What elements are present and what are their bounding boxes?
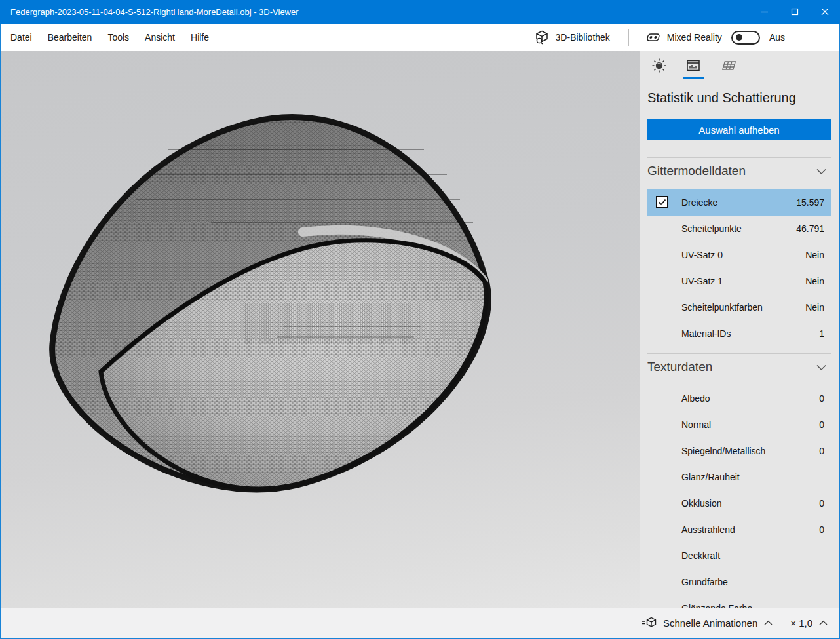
mixed-reality-state: Aus: [769, 32, 785, 43]
stat-row-glaenzende-farbe: Glänzende Farbe: [647, 595, 831, 608]
app-window: Federgraph-2023-05-11-04-04-S-512-RightH…: [0, 0, 840, 639]
row-label: Material-IDs: [681, 328, 731, 339]
row-label: UV-Satz 1: [681, 276, 723, 286]
menu-tools[interactable]: Tools: [100, 24, 136, 51]
close-button[interactable]: [810, 0, 840, 24]
stat-row-grundfarbe: Grundfarbe: [647, 569, 831, 595]
statusbar: Schnelle Animationen × 1,0: [1, 608, 839, 638]
row-label: Scheitelpunkte: [681, 223, 742, 234]
tab-lighting[interactable]: [649, 58, 670, 79]
stat-row-albedo: Albedo 0: [647, 385, 831, 412]
stat-row-uv-satz-0[interactable]: UV-Satz 0 Nein: [647, 242, 831, 268]
stat-row-scheitelpunktfarben[interactable]: Scheitelpunktfarben Nein: [647, 294, 831, 320]
row-value: 15.597: [796, 197, 824, 208]
menu-hilfe[interactable]: Hilfe: [183, 24, 216, 51]
row-label: Ausstrahlend: [681, 524, 735, 535]
row-label: Grundfarbe: [681, 577, 728, 587]
quick-animations-button[interactable]: Schnelle Animationen: [638, 614, 777, 632]
chevron-up-icon: [818, 620, 828, 626]
sun-icon: [651, 58, 667, 73]
menubar: Datei Bearbeiten Tools Ansicht Hilfe 3D-…: [1, 24, 839, 51]
row-label: Normal: [681, 419, 711, 430]
zoom-level-value: × 1,0: [790, 617, 812, 629]
viewport-3d[interactable]: [1, 51, 640, 608]
row-label: Scheitelpunktfarben: [681, 302, 763, 313]
row-label: Glänzende Farbe: [681, 603, 752, 608]
deselect-button[interactable]: Auswahl aufheben: [647, 119, 831, 140]
menu-datei[interactable]: Datei: [3, 24, 39, 51]
stat-row-dreiecke[interactable]: Dreiecke 15.597: [647, 189, 831, 216]
row-label: Albedo: [681, 393, 710, 404]
row-value: 0: [819, 498, 824, 509]
stat-row-material-ids[interactable]: Material-IDs 1: [647, 320, 831, 347]
maximize-icon: [791, 8, 799, 16]
wireframe-checkbox[interactable]: [656, 196, 668, 208]
chevron-up-icon: [763, 620, 773, 626]
row-value: 0: [819, 419, 824, 430]
row-value: Nein: [805, 250, 824, 260]
3d-library-button[interactable]: 3D-Bibliothek: [530, 24, 614, 51]
row-value: Nein: [805, 302, 824, 313]
row-value: 0: [819, 446, 824, 456]
menu-ansicht[interactable]: Ansicht: [138, 24, 182, 51]
row-label: Deckkraft: [681, 551, 720, 561]
toggle-knob: [736, 34, 742, 41]
mixed-reality-toggle[interactable]: [731, 31, 760, 45]
tab-grid[interactable]: [717, 58, 738, 79]
vr-glasses-icon: [643, 29, 660, 45]
wireframe-mesh-model: [1, 51, 640, 608]
mixed-reality-group: Mixed Reality Aus: [643, 29, 785, 45]
row-value: 0: [819, 393, 824, 404]
menu-bearbeiten[interactable]: Bearbeiten: [41, 24, 100, 51]
active-tab-underline: [683, 77, 704, 79]
section-title: Texturdaten: [647, 360, 712, 374]
row-value: 46.791: [796, 223, 824, 234]
stat-row-spiegelnd-metallisch: Spiegelnd/Metallisch 0: [647, 438, 831, 464]
row-label: Dreiecke: [681, 197, 717, 208]
chevron-down-icon[interactable]: [816, 364, 831, 371]
chevron-down-icon[interactable]: [816, 168, 831, 175]
grid-icon: [718, 58, 736, 73]
row-label: Spiegelnd/Metallisch: [681, 446, 765, 456]
close-icon: [821, 8, 829, 16]
check-icon: [658, 199, 666, 206]
menubar-divider: [628, 29, 629, 46]
section-header-textures[interactable]: Texturdaten: [647, 354, 831, 380]
stat-row-scheitelpunkte[interactable]: Scheitelpunkte 46.791: [647, 216, 831, 242]
section-header-mesh[interactable]: Gittermodelldaten: [647, 158, 831, 184]
animation-cube-icon: [641, 617, 657, 630]
panel-tabs: [647, 58, 831, 79]
cube-magnifier-icon: [534, 29, 550, 45]
row-value: 1: [819, 328, 824, 339]
stat-row-ausstrahlend: Ausstrahlend 0: [647, 516, 831, 543]
stats-icon: [685, 58, 701, 73]
tab-statistics[interactable]: [683, 58, 704, 79]
window-title: Federgraph-2023-05-11-04-04-S-512-RightH…: [0, 7, 750, 17]
stat-row-uv-satz-1[interactable]: UV-Satz 1 Nein: [647, 268, 831, 294]
row-label: Glanz/Rauheit: [681, 472, 740, 482]
texture-data-rows: Albedo 0 Normal 0 Spiegelnd/Metallisch 0…: [647, 385, 831, 608]
stat-row-normal: Normal 0: [647, 412, 831, 438]
row-value: Nein: [805, 276, 824, 286]
zoom-level-button[interactable]: × 1,0: [786, 615, 832, 631]
row-value: 0: [819, 524, 824, 535]
panel-title: Statistik und Schattierung: [647, 89, 831, 106]
mesh-data-rows: Dreiecke 15.597 Scheitelpunkte 46.791 UV…: [647, 189, 831, 347]
minimize-icon: [761, 8, 769, 16]
window-border-left: [0, 24, 1, 639]
quick-animations-label: Schnelle Animationen: [663, 617, 757, 629]
menubar-right: 3D-Bibliothek Mixed Reality Aus: [530, 24, 839, 51]
row-label: Okklusion: [681, 498, 721, 509]
stat-row-okklusion: Okklusion 0: [647, 490, 831, 516]
3d-library-label: 3D-Bibliothek: [556, 32, 610, 43]
section-title: Gittermodelldaten: [647, 164, 746, 178]
maximize-button[interactable]: [780, 0, 810, 24]
minimize-button[interactable]: [750, 0, 780, 24]
titlebar[interactable]: Federgraph-2023-05-11-04-04-S-512-RightH…: [0, 0, 840, 24]
mixed-reality-label: Mixed Reality: [667, 32, 722, 43]
stat-row-deckkraft: Deckkraft: [647, 543, 831, 569]
stat-row-glanz-rauheit: Glanz/Rauheit: [647, 464, 831, 490]
statistics-panel: Statistik und Schattierung Auswahl aufhe…: [640, 51, 839, 608]
row-label: UV-Satz 0: [681, 250, 723, 260]
